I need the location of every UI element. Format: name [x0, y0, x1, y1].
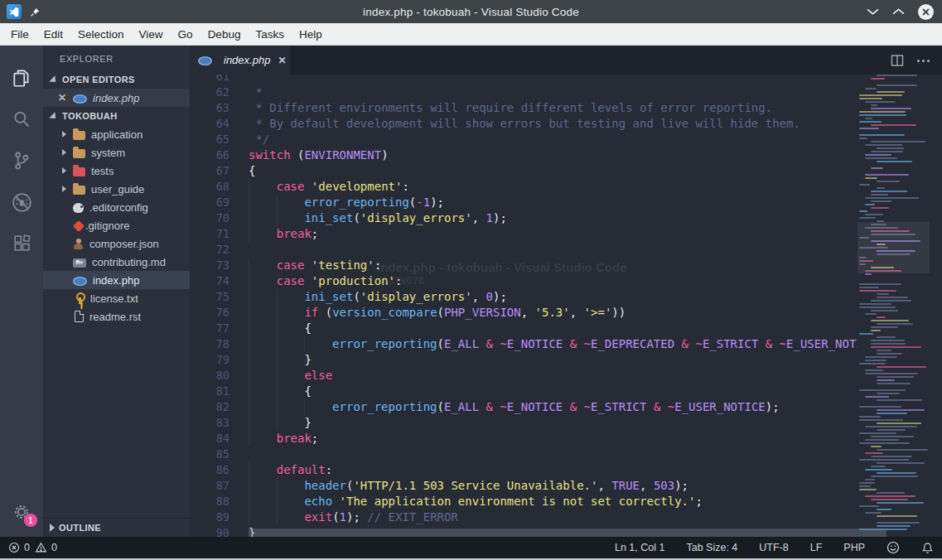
tree-item-system[interactable]: system	[43, 143, 190, 162]
tab-index-php[interactable]: index.php ✕	[190, 46, 290, 75]
encoding-indicator[interactable]: UTF-8	[759, 542, 788, 553]
indent-guide	[277, 399, 305, 415]
notifications-bell-icon[interactable]	[921, 542, 934, 554]
line-number: 71	[190, 226, 229, 242]
line-number: 90	[190, 525, 229, 537]
file-name: application	[91, 128, 143, 141]
split-editor-icon[interactable]	[891, 54, 904, 67]
token: {	[304, 384, 311, 398]
horizontal-scrollbar[interactable]	[249, 529, 886, 537]
token: version_compare	[332, 306, 437, 319]
tree-item-user-guide[interactable]: user_guide	[43, 180, 190, 198]
indent-guide	[304, 399, 332, 415]
close-button[interactable]	[918, 4, 934, 20]
code-editor[interactable]: 6162 *63 * Different environments will r…	[190, 75, 942, 537]
activity-bar: 1	[0, 46, 43, 537]
token: 1	[486, 211, 493, 224]
line-number: 64	[190, 116, 229, 132]
explorer-sidebar: EXPLORER OPEN EDITORS ✕ index.php TOKOBU…	[43, 46, 190, 537]
line-number: 87	[190, 478, 229, 494]
code-line-76: 76if (version_compare(PHP_VERSION, '5.3'…	[190, 305, 857, 321]
menu-bar: FileEditSelectionViewGoDebugTasksHelp	[0, 23, 942, 46]
menu-selection[interactable]: Selection	[70, 26, 132, 43]
open-editors-header[interactable]: OPEN EDITORS	[43, 70, 190, 89]
tree-item-contributing-md[interactable]: contributing.md	[43, 253, 190, 271]
file-name: .editorconfig	[89, 201, 148, 214]
indent-guide	[249, 321, 277, 336]
menu-edit[interactable]: Edit	[36, 26, 70, 43]
code-line-77: 77{	[190, 321, 857, 336]
code-line-82: 82error_reporting(E_ALL & ~E_NOTICE & ~E…	[190, 399, 857, 415]
menu-file[interactable]: File	[3, 26, 36, 43]
tree-item--gitignore[interactable]: .gitignore	[43, 216, 190, 234]
close-editor-icon[interactable]: ✕	[58, 92, 66, 104]
language-indicator[interactable]: PHP	[843, 542, 865, 553]
maximize-button[interactable]	[892, 7, 905, 16]
chevron-right-icon[interactable]	[62, 149, 73, 156]
line-number: 77	[190, 321, 229, 336]
indent-guide	[249, 494, 277, 509]
more-actions-icon[interactable]	[917, 59, 932, 62]
indent-guide	[249, 273, 277, 289]
token: 'The application environment is not set …	[340, 495, 696, 508]
php-icon	[73, 277, 87, 286]
menu-go[interactable]: Go	[171, 26, 200, 43]
token: *	[249, 85, 263, 99]
menu-view[interactable]: View	[132, 26, 171, 43]
cursor-position[interactable]: Ln 1, Col 1	[615, 542, 664, 553]
tree-item-index-php[interactable]: index.php	[43, 271, 190, 289]
indent-guide	[277, 336, 305, 352]
menu-help[interactable]: Help	[292, 26, 330, 43]
close-tab-icon[interactable]: ✕	[278, 55, 286, 66]
token: case	[277, 180, 305, 193]
tree-item-composer-json[interactable]: composer.json	[43, 234, 190, 253]
search-icon[interactable]	[0, 99, 43, 140]
file-name: license.txt	[90, 292, 138, 305]
menu-debug[interactable]: Debug	[200, 26, 249, 43]
token: );	[430, 196, 444, 209]
file-name: composer.json	[89, 238, 159, 250]
warnings-indicator[interactable]: 0	[35, 542, 57, 553]
tab-size-indicator[interactable]: Tab Size: 4	[686, 542, 737, 553]
debug-disabled-icon[interactable]	[0, 181, 43, 223]
sidebar-title: EXPLORER	[43, 46, 190, 70]
chevron-right-icon[interactable]	[62, 167, 73, 174]
git-icon	[73, 220, 85, 232]
pin-icon[interactable]	[30, 7, 41, 17]
tree-item--editorconfig[interactable]: .editorconfig	[43, 198, 190, 216]
token: 'development'	[312, 180, 403, 193]
menu-tasks[interactable]: Tasks	[248, 26, 292, 43]
token: ,	[570, 306, 584, 319]
token: */	[249, 133, 269, 146]
minimap-slider[interactable]	[857, 222, 930, 273]
open-editor-item-index-php[interactable]: ✕ index.php	[43, 89, 190, 107]
errors-indicator[interactable]: 0	[8, 542, 30, 553]
source-control-icon[interactable]	[0, 140, 43, 181]
settings-gear-icon[interactable]: 1	[0, 495, 43, 529]
tree-item-readme-rst[interactable]: readme.rst	[43, 307, 190, 326]
code-line-64: 64 * By default development will show er…	[190, 116, 857, 132]
folder-red-icon	[73, 167, 85, 176]
feedback-smiley-icon[interactable]	[886, 541, 900, 554]
token: ini_set	[304, 211, 353, 224]
token: (	[437, 337, 444, 350]
chevron-right-icon[interactable]	[62, 186, 73, 192]
extensions-icon[interactable]	[0, 223, 43, 264]
folder-icon	[73, 186, 85, 195]
line-number: 73	[190, 258, 229, 273]
token: error_reporting	[304, 196, 408, 209]
chevron-right-icon[interactable]	[62, 131, 73, 138]
explorer-icon[interactable]	[0, 57, 43, 99]
indent-guide	[249, 384, 277, 399]
tree-item-application[interactable]: application	[43, 125, 190, 143]
token: & ~	[758, 337, 786, 350]
minimap[interactable]	[857, 75, 930, 537]
eol-indicator[interactable]: LF	[810, 542, 823, 553]
project-folder-header[interactable]: TOKOBUAH	[43, 107, 190, 125]
tree-item-tests[interactable]: tests	[43, 162, 190, 180]
tree-item-license-txt[interactable]: license.txt	[43, 289, 190, 307]
outline-header[interactable]: OUTLINE	[43, 519, 190, 537]
token: 'testing'	[312, 258, 374, 272]
composer-icon	[73, 239, 84, 249]
minimize-button[interactable]	[867, 7, 879, 16]
